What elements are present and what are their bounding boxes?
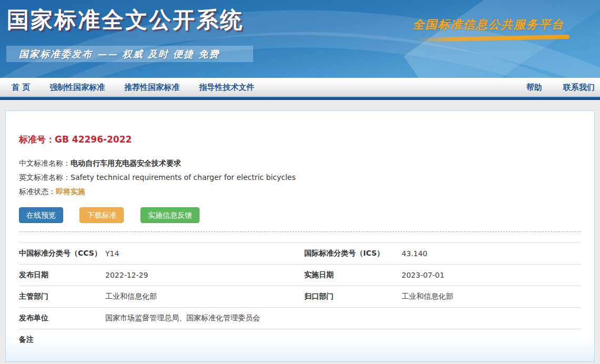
nav-underline-bar — [0, 97, 600, 100]
action-buttons-row: 在线预览 下载标准 实施信息反馈 — [14, 207, 586, 223]
nav-item-mandatory-standards[interactable]: 强制性国家标准 — [49, 83, 105, 93]
centralized-dept-label: 归口部门 — [304, 292, 402, 301]
status-label: 标准状态： — [19, 187, 56, 196]
competent-dept-label: 主管部门 — [19, 292, 105, 301]
table-row-classification: 中国标准分类号（CCS） Y14 国际标准分类号（ICS） 43.140 — [19, 242, 581, 264]
cn-name-label: 中文标准名称： — [19, 159, 71, 167]
ccs-value: Y14 — [105, 249, 304, 258]
cn-name-row: 中文标准名称：电动自行车用充电器安全技术要求 — [19, 156, 586, 170]
standard-detail-panel: 标准号：GB 42296-2022 中文标准名称：电动自行车用充电器安全技术要求… — [5, 110, 595, 362]
implementation-feedback-button[interactable]: 实施信息反馈 — [141, 207, 199, 223]
dashed-divider — [19, 231, 581, 232]
publish-date-value: 2022-12-29 — [105, 271, 304, 279]
en-name-row: 英文标准名称：Safety technical requirements of … — [19, 170, 586, 185]
table-row-remarks: 备注 — [19, 329, 581, 350]
issuer-label: 发布单位 — [19, 314, 105, 323]
nav-right-group: 帮助 联系我们 — [505, 83, 600, 93]
en-name-value: Safety technical requirements of charger… — [71, 173, 296, 181]
site-title: 国家标准全文公开系统 — [7, 5, 244, 35]
table-row-departments: 主管部门 工业和信息化部 归口部门 工业和信息化部 — [19, 286, 581, 307]
nav-item-guiding-documents[interactable]: 指导性技术文件 — [199, 83, 254, 93]
ics-label: 国际标准分类号（ICS） — [304, 249, 402, 258]
publisher-banner-text: 国家标准委发布 —— 权威 及时 便捷 免费 — [19, 48, 219, 59]
table-row-issuer: 发布单位 国家市场监督管理总局、国家标准化管理委员会 — [19, 307, 581, 329]
centralized-dept-value: 工业和信息化部 — [402, 292, 581, 301]
status-row: 标准状态：即将实施 — [19, 185, 586, 199]
standard-number-value: GB 42296-2022 — [55, 134, 132, 145]
publish-date-label: 发布日期 — [19, 270, 105, 280]
standard-number-heading: 标准号：GB 42296-2022 — [14, 133, 586, 146]
nav-item-contact-us[interactable]: 联系我们 — [563, 83, 595, 93]
nav-item-help[interactable]: 帮助 — [526, 83, 542, 93]
status-badge: 即将实施 — [56, 187, 85, 196]
site-header: 国家标准全文公开系统 国家标准委发布 —— 权威 及时 便捷 免费 全国标准信息… — [0, 0, 600, 78]
standard-details-table: 中国标准分类号（CCS） Y14 国际标准分类号（ICS） 43.140 发布日… — [19, 242, 581, 350]
ics-value: 43.140 — [402, 249, 581, 258]
nav-item-home[interactable]: 首 页 — [12, 83, 30, 93]
online-preview-button[interactable]: 在线预览 — [19, 207, 63, 223]
implement-date-label: 实施日期 — [304, 270, 402, 280]
nav-item-recommended-standards[interactable]: 推荐性国家标准 — [124, 83, 179, 93]
competent-dept-value: 工业和信息化部 — [105, 292, 304, 301]
standard-name-fields: 中文标准名称：电动自行车用充电器安全技术要求 英文标准名称：Safety tec… — [14, 156, 586, 199]
download-standard-button[interactable]: 下载标准 — [79, 207, 124, 223]
en-name-label: 英文标准名称： — [19, 173, 71, 181]
nav-left-group: 首 页 强制性国家标准 推荐性国家标准 指导性技术文件 — [0, 83, 274, 93]
issuer-value: 国家市场监督管理总局、国家标准化管理委员会 — [105, 314, 581, 323]
platform-underline-graphic — [417, 35, 569, 42]
main-nav: 首 页 强制性国家标准 推荐性国家标准 指导性技术文件 帮助 联系我们 — [0, 78, 600, 97]
remarks-label: 备注 — [19, 335, 105, 345]
implement-date-value: 2023-07-01 — [402, 271, 581, 279]
ccs-label: 中国标准分类号（CCS） — [19, 249, 105, 258]
standard-number-label: 标准号： — [19, 134, 55, 145]
cn-name-value: 电动自行车用充电器安全技术要求 — [71, 159, 181, 167]
platform-logo-text: 全国标准信息公共服务平台 — [413, 17, 564, 33]
table-row-dates: 发布日期 2022-12-29 实施日期 2023-07-01 — [19, 264, 581, 286]
publisher-banner: 国家标准委发布 —— 权威 及时 便捷 免费 — [6, 46, 253, 62]
